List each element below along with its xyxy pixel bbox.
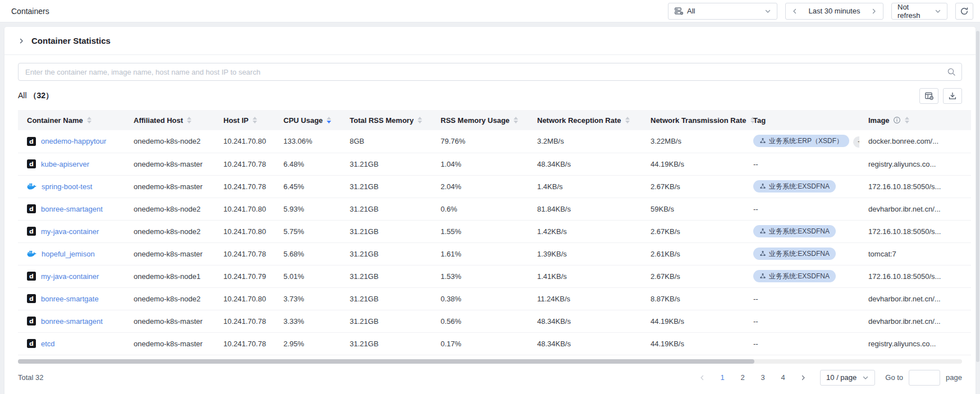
container-name-cell: d bonree-smartgate xyxy=(18,287,125,310)
col-header-host-ip[interactable]: Host IP xyxy=(214,110,274,130)
container-name-cell: d onedemo-happytour xyxy=(18,130,125,153)
refresh-icon xyxy=(960,7,969,16)
table-row: d my-java-container onedemo-k8s-node2 10… xyxy=(18,220,971,242)
tag-label: 业务系统:EXSDFNA xyxy=(769,182,830,191)
cpu-usage-cell: 3.73% xyxy=(274,287,341,310)
business-system-icon xyxy=(759,138,766,144)
table-row: d my-java-container onedemo-k8s-node1 10… xyxy=(18,265,971,287)
sort-icon[interactable] xyxy=(418,117,422,123)
image-cell: tomcat:7 xyxy=(859,242,971,265)
host-ip-cell: 10.241.70.80 xyxy=(214,130,274,153)
column-settings-button[interactable] xyxy=(919,88,938,104)
tag-label: 业务系统:EXSDFNA xyxy=(769,249,830,259)
host-ip-cell: 10.241.70.78 xyxy=(214,175,274,198)
prev-page-button[interactable] xyxy=(694,370,710,386)
sort-icon[interactable] xyxy=(87,117,91,123)
network-transmission-rate-cell: 2.61KB/s xyxy=(642,242,744,265)
cpu-usage-cell: 133.06% xyxy=(274,130,341,153)
col-header-rss-memory-usage[interactable]: RSS Memory Usage xyxy=(432,110,528,130)
affiliated-host-cell: onedemo-k8s-node2 xyxy=(125,220,214,242)
horizontal-scrollbar[interactable] xyxy=(18,359,962,364)
result-count-value: （32） xyxy=(29,91,53,100)
horizontal-scrollbar-thumb[interactable] xyxy=(18,359,754,364)
col-header-container-name[interactable]: Container Name xyxy=(18,110,125,130)
svg-text:d: d xyxy=(29,228,34,235)
svg-text:d: d xyxy=(29,161,34,168)
total-rss-memory-cell: 31.21GB xyxy=(341,287,432,310)
sort-icon[interactable] xyxy=(187,117,191,123)
cluster-icon xyxy=(674,7,683,16)
sort-icon[interactable] xyxy=(253,117,257,123)
page-3-button[interactable]: 3 xyxy=(755,370,771,386)
host-ip-cell: 10.241.70.78 xyxy=(214,310,274,332)
container-name-cell: d bonree-smartagent xyxy=(18,198,125,220)
container-name-link[interactable]: spring-boot-test xyxy=(42,182,92,191)
page-label: page xyxy=(946,373,962,382)
col-header-image[interactable]: Image xyxy=(859,110,971,130)
container-name-link[interactable]: bonree-smartagent xyxy=(41,317,103,326)
network-reception-rate-cell: 1.41KB/s xyxy=(528,265,642,287)
page-size-value: 10 / page xyxy=(826,373,857,382)
time-range-picker[interactable]: Last 30 minutes xyxy=(785,3,883,20)
col-header-network-transmission-rate[interactable]: Network Transmission Rate xyxy=(642,110,744,130)
container-name-link[interactable]: bonree-smartagent xyxy=(41,205,103,213)
container-name-link[interactable]: onedemo-happytour xyxy=(41,137,106,145)
next-page-button[interactable] xyxy=(795,370,811,386)
sort-icon[interactable] xyxy=(625,117,630,123)
column-settings-icon xyxy=(924,91,934,100)
info-icon[interactable] xyxy=(893,116,901,124)
container-name-link[interactable]: hopeful_jemison xyxy=(42,250,95,258)
containerd-icon: d xyxy=(27,294,36,303)
refresh-mode-select[interactable]: Not refresh xyxy=(891,3,947,20)
expand-chevron-icon[interactable] xyxy=(18,38,25,44)
chevron-right-icon[interactable] xyxy=(871,8,877,15)
container-name-link[interactable]: my-java-container xyxy=(41,227,99,236)
image-cell: 172.16.10.18:5050/s... xyxy=(859,220,971,242)
download-button[interactable] xyxy=(943,88,962,104)
rss-memory-usage-cell: 1.55% xyxy=(432,220,528,242)
total-rss-memory-cell: 31.21GB xyxy=(341,332,432,355)
container-name-link[interactable]: kube-apiserver xyxy=(41,160,89,168)
chevron-down-icon xyxy=(935,8,941,15)
time-range-value: Last 30 minutes xyxy=(809,7,860,15)
refresh-button[interactable] xyxy=(955,3,973,20)
cpu-usage-cell: 5.01% xyxy=(274,265,341,287)
total-rss-memory-cell: 31.21GB xyxy=(341,198,432,220)
sort-icon[interactable] xyxy=(514,117,518,123)
col-header-affiliated-host[interactable]: Affiliated Host xyxy=(125,110,214,130)
top-bar: Containers All Last 30 minutes xyxy=(0,0,980,22)
image-cell: devharbor.ibr.net.cn/... xyxy=(859,287,971,310)
page-size-select[interactable]: 10 / page xyxy=(820,370,875,386)
affiliated-host-cell: onedemo-k8s-master xyxy=(125,153,214,175)
container-name-link[interactable]: bonree-smartgate xyxy=(41,295,99,303)
tag-more-badge[interactable]: +3 xyxy=(853,136,859,148)
containerd-icon: d xyxy=(27,204,36,213)
goto-page-input[interactable] xyxy=(909,370,940,386)
result-count: All （32） xyxy=(18,91,53,101)
vertical-scrollbar[interactable] xyxy=(976,31,979,362)
page-2-button[interactable]: 2 xyxy=(735,370,750,386)
total-rss-memory-cell: 31.21GB xyxy=(341,153,432,175)
col-header-cpu-usage[interactable]: CPU Usage xyxy=(274,110,341,130)
containerd-icon: d xyxy=(27,339,36,348)
sort-icon-desc-active[interactable] xyxy=(327,117,331,123)
toolbar: All Last 30 minutes Not refresh xyxy=(668,3,973,20)
tag-pill: 业务系统:EXSDFNA xyxy=(753,180,836,193)
col-header-network-reception-rate[interactable]: Network Reception Rate xyxy=(528,110,642,130)
total-rss-memory-cell: 31.21GB xyxy=(341,310,432,332)
container-statistics-panel: Container Statistics All （32） xyxy=(4,27,976,394)
search-icon[interactable] xyxy=(947,67,956,76)
chevron-left-icon[interactable] xyxy=(791,8,798,15)
cluster-filter-select[interactable]: All xyxy=(668,3,777,20)
network-reception-rate-cell: 1.42KB/s xyxy=(528,220,642,242)
container-name-link[interactable]: etcd xyxy=(41,340,55,348)
container-name-link[interactable]: my-java-container xyxy=(41,272,99,281)
page-1-button[interactable]: 1 xyxy=(715,370,730,386)
svg-text:d: d xyxy=(29,340,34,347)
search-input[interactable] xyxy=(18,63,962,81)
page-4-button[interactable]: 4 xyxy=(775,370,791,386)
col-header-total-rss-memory[interactable]: Total RSS Memory xyxy=(341,110,432,130)
sort-icon[interactable] xyxy=(905,117,909,123)
business-system-icon xyxy=(759,228,766,235)
tag-empty: -- xyxy=(753,317,758,326)
